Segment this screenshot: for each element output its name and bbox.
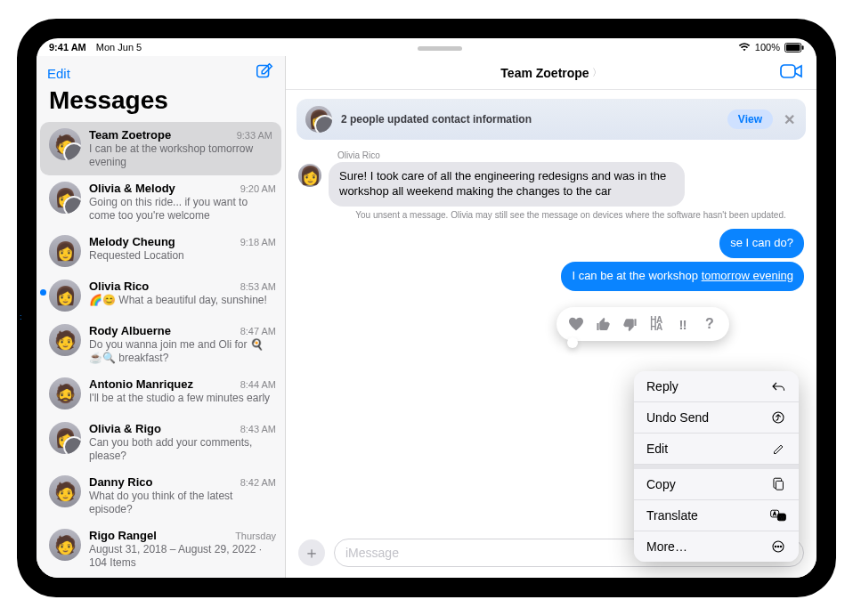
sidebar: Edit Messages 🧑 Team Zoetrope 9:33 AM bbox=[37, 56, 286, 578]
conversation-time: 8:43 AM bbox=[240, 424, 276, 434]
tapback-thumbsdown-icon[interactable] bbox=[617, 312, 642, 336]
conversation-item-melody-cheung[interactable]: 👩 Melody Cheung 9:18 AM Requested Locati… bbox=[37, 229, 285, 273]
sidebar-top: Edit bbox=[37, 56, 285, 86]
svg-rect-4 bbox=[781, 65, 795, 77]
svg-rect-1 bbox=[786, 44, 800, 50]
conversation-preview: August 31, 2018 – August 29, 2022 · 104 … bbox=[89, 543, 276, 570]
conversation-preview: 🌈😊 What a beautiful day, sunshine! bbox=[89, 294, 276, 307]
context-item-edit[interactable]: Edit bbox=[634, 434, 799, 465]
facetime-button[interactable] bbox=[779, 61, 804, 85]
compose-button[interactable] bbox=[255, 61, 274, 85]
tapback-haha-icon[interactable]: HAHA bbox=[644, 312, 669, 336]
conversation-item-olivia-rico[interactable]: 👩 Olivia Rico 8:53 AM 🌈😊 What a beautifu… bbox=[37, 273, 285, 318]
conversation-item-olivia-rigo[interactable]: 👩 Olivia & Rigo 8:43 AM Can you both add… bbox=[37, 416, 285, 469]
conversation-title: Team Zoetrope bbox=[500, 66, 589, 80]
svg-point-13 bbox=[777, 546, 778, 547]
avatar: 🧔 bbox=[49, 377, 81, 409]
conversation-item-rody-albuerne[interactable]: 🧑 Rody Albuerne 8:47 AM Do you wanna joi… bbox=[37, 318, 285, 371]
tapback-heart-icon[interactable] bbox=[564, 312, 589, 336]
status-center bbox=[142, 45, 738, 51]
tapback-thumbsup-icon[interactable] bbox=[590, 312, 615, 336]
tapback-exclaim-icon[interactable]: ‼ bbox=[670, 312, 695, 336]
status-time: 9:41 AM bbox=[49, 42, 86, 53]
attach-plus-button[interactable]: ＋ bbox=[298, 539, 325, 566]
conversation-name: Olivia & Melody bbox=[89, 182, 175, 195]
unread-dot-icon bbox=[40, 289, 46, 296]
conversation-name: Rigo Rangel bbox=[89, 529, 157, 542]
undo-icon bbox=[770, 410, 786, 425]
conversation-name: Rody Albuerne bbox=[89, 324, 171, 337]
conversation-preview: What do you think of the latest episode? bbox=[89, 490, 276, 516]
chevron-right-icon: 〉 bbox=[592, 66, 602, 79]
status-bar: 9:41 AM Mon Jun 5 100% bbox=[37, 38, 816, 56]
conversation-item-antonio-manriquez[interactable]: 🧔 Antonio Manriquez 8:44 AM I'll be at t… bbox=[37, 371, 285, 416]
context-item-more[interactable]: More… bbox=[634, 531, 799, 562]
avatar: 👩 bbox=[49, 182, 81, 214]
context-label: More… bbox=[646, 539, 687, 554]
outgoing-link[interactable]: tomorrow evening bbox=[702, 269, 793, 282]
svg-point-12 bbox=[775, 546, 776, 547]
conversation-preview: Can you both add your comments, please? bbox=[89, 436, 276, 463]
conversation-preview: Requested Location bbox=[89, 249, 276, 263]
incoming-bubble[interactable]: Sure! I took care of all the engineering… bbox=[329, 162, 685, 207]
chat-body[interactable]: Olivia Rico 👩 Sure! I took care of all t… bbox=[286, 145, 816, 531]
compose-placeholder: iMessage bbox=[345, 546, 399, 560]
outgoing-bubble-main[interactable]: I can be at the workshop tomorrow evenin… bbox=[561, 262, 804, 291]
conversation-preview: I'll be at the studio a few minutes earl… bbox=[89, 392, 276, 405]
ipad-frame: : 9:41 AM Mon Jun 5 100% bbox=[17, 19, 836, 597]
edit-button[interactable]: Edit bbox=[47, 66, 70, 81]
conversation-preview: Do you wanna join me and Oli for 🍳☕🔍 bre… bbox=[89, 338, 276, 365]
tapback-question-icon[interactable]: ? bbox=[697, 312, 722, 336]
battery-text: 100% bbox=[755, 42, 780, 53]
conversation-preview: I can be at the workshop tomorrow evenin… bbox=[89, 142, 272, 169]
context-item-undo-send[interactable]: Undo Send bbox=[634, 402, 799, 434]
translate-icon: A文 bbox=[770, 509, 786, 522]
conversation-name: Antonio Manriquez bbox=[89, 377, 193, 391]
outgoing-partial-row: se I can do? bbox=[298, 229, 804, 258]
conversation-name: Melody Cheung bbox=[89, 235, 175, 248]
app-split: Edit Messages 🧑 Team Zoetrope 9:33 AM bbox=[37, 56, 816, 578]
conversation-name: Team Zoetrope bbox=[89, 128, 171, 142]
battery-icon bbox=[784, 43, 804, 53]
context-item-translate[interactable]: Translate A文 bbox=[634, 500, 799, 531]
reply-icon bbox=[770, 380, 786, 393]
conversation-time: 9:18 AM bbox=[240, 237, 276, 247]
svg-text:文: 文 bbox=[780, 515, 784, 520]
banner-text: 2 people updated contact information bbox=[341, 113, 532, 126]
sidebar-title: Messages bbox=[37, 86, 285, 122]
status-left: 9:41 AM Mon Jun 5 bbox=[49, 42, 142, 53]
conversation-list[interactable]: 🧑 Team Zoetrope 9:33 AM I can be at the … bbox=[37, 122, 285, 578]
context-item-copy[interactable]: Copy bbox=[634, 469, 799, 500]
avatar: 👩 bbox=[49, 280, 81, 312]
side-mark: : bbox=[20, 312, 22, 321]
conversation-panel: Team Zoetrope 〉 👩 2 people updated conta… bbox=[286, 56, 816, 578]
banner-view-button[interactable]: View bbox=[727, 109, 773, 129]
avatar: 🧑 bbox=[49, 324, 81, 356]
conversation-item-danny-rico[interactable]: 🧑 Danny Rico 8:42 AM What do you think o… bbox=[37, 469, 285, 523]
conversation-item-olivia-melody[interactable]: 👩 Olivia & Melody 9:20 AM Going on this … bbox=[37, 175, 285, 229]
context-label: Translate bbox=[646, 508, 698, 523]
banner-close-button[interactable]: ✕ bbox=[782, 111, 797, 128]
wifi-icon bbox=[738, 43, 751, 52]
multitask-handle[interactable] bbox=[418, 46, 462, 51]
conversation-time: 8:53 AM bbox=[240, 281, 276, 292]
conversation-item-rigo-rangel[interactable]: 🧑 Rigo Rangel Thursday August 31, 2018 –… bbox=[37, 523, 285, 576]
sender-name: Olivia Rico bbox=[337, 150, 804, 160]
svg-point-14 bbox=[780, 546, 781, 547]
conversation-time: 9:33 AM bbox=[237, 130, 272, 141]
conversation-header[interactable]: Team Zoetrope 〉 bbox=[286, 56, 816, 90]
svg-rect-6 bbox=[776, 481, 783, 490]
status-date: Mon Jun 5 bbox=[96, 42, 142, 53]
svg-text:A: A bbox=[773, 511, 776, 516]
svg-rect-2 bbox=[802, 45, 804, 50]
pencil-icon bbox=[770, 442, 786, 456]
screen: 9:41 AM Mon Jun 5 100% Edit bbox=[37, 38, 816, 578]
conversation-item-team-zoetrope[interactable]: 🧑 Team Zoetrope 9:33 AM I can be at the … bbox=[40, 122, 281, 175]
conversation-time: Thursday bbox=[235, 531, 276, 541]
context-menu: Reply Undo Send Edit bbox=[634, 371, 799, 562]
conversation-preview: Going on this ride... if you want to com… bbox=[89, 196, 276, 223]
outgoing-bubble-partial[interactable]: se I can do? bbox=[719, 229, 804, 258]
incoming-message-row: 👩 Sure! I took care of all the engineeri… bbox=[298, 162, 804, 207]
avatar: 🧑 bbox=[49, 529, 81, 561]
context-item-reply[interactable]: Reply bbox=[634, 371, 799, 402]
